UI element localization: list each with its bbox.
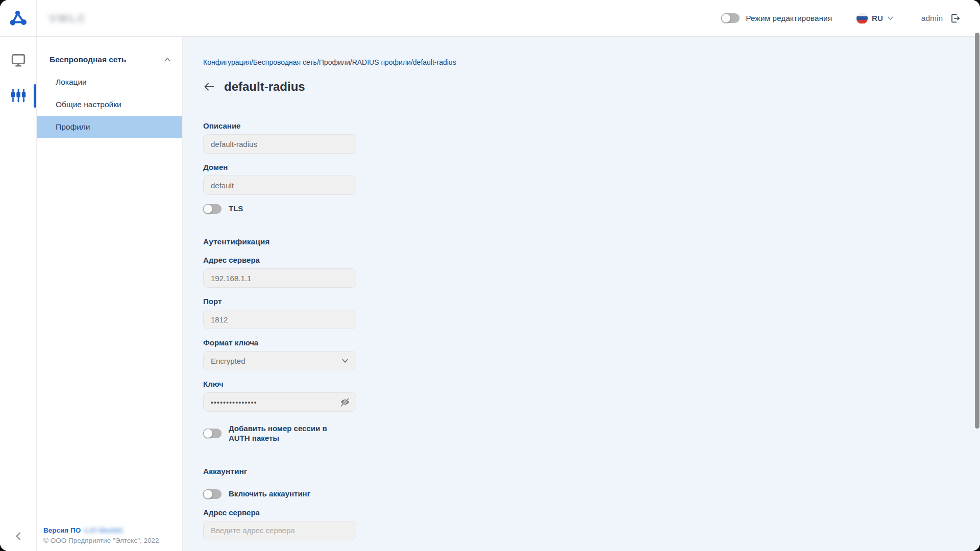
header-actions: Режим редактирования RU admin: [721, 13, 980, 24]
key-format-label: Формат ключа: [203, 338, 356, 347]
accounting-server-address-field: Адрес сервера: [203, 508, 356, 540]
key-label: Ключ: [203, 380, 356, 388]
sidebar-nav: Беспроводная сеть Локации Общие настройк…: [37, 37, 183, 551]
edit-mode-label: Режим редактирования: [746, 14, 832, 23]
chevron-down-icon: [887, 15, 894, 21]
copyright-text: © ООО Предприятие "Элтекс", 2022: [43, 537, 159, 544]
vertical-scrollbar-thumb[interactable]: [975, 33, 979, 429]
sidebar-item-general-settings[interactable]: Общие настройки: [37, 93, 182, 116]
auth-port-label: Порт: [203, 297, 356, 306]
title-row: default-radius: [203, 80, 980, 94]
arrow-left-icon: [203, 82, 215, 91]
toggle-knob: [203, 204, 213, 214]
tls-label: TLS: [229, 204, 243, 214]
eye-off-icon: [339, 396, 351, 408]
brand-title-blurred: VWLC: [49, 12, 87, 24]
key-field: Ключ: [203, 380, 356, 412]
username: admin: [921, 14, 943, 23]
language-selector[interactable]: RU: [856, 13, 894, 24]
edit-mode-group: Режим редактирования: [721, 13, 832, 23]
user-menu: admin: [921, 13, 961, 24]
active-section-indicator: [34, 84, 36, 108]
nav-group-label: Беспроводная сеть: [50, 55, 126, 64]
show-password-button[interactable]: [339, 396, 351, 408]
description-field: Описание: [203, 121, 356, 154]
software-version-link[interactable]: Версия ПО: [43, 527, 81, 534]
auth-server-address-input[interactable]: [203, 268, 356, 288]
network-logo-icon: [9, 9, 28, 28]
icon-rail: [0, 37, 37, 551]
logout-icon[interactable]: [949, 13, 961, 24]
radius-profile-form: Описание Домен TLS Аутентификация Адрес …: [203, 121, 356, 540]
version-block: Версия ПО1.27.0build1 © ООО Предприятие …: [43, 527, 159, 544]
russia-flag-icon: [856, 13, 868, 24]
back-button[interactable]: [203, 82, 215, 91]
monitor-icon: [11, 53, 26, 67]
sidebar-collapse-button[interactable]: [0, 532, 37, 541]
breadcrumb[interactable]: Конфигурация/Беспроводная сеть/Профили/R…: [203, 58, 456, 66]
domain-label: Домен: [203, 163, 356, 171]
tls-toggle-row: TLS: [203, 204, 356, 214]
sidebar-item-locations[interactable]: Локации: [37, 71, 182, 93]
monitoring-nav-button[interactable]: [0, 48, 36, 72]
configuration-nav-button[interactable]: [0, 84, 36, 108]
software-version-value-blurred: 1.27.0build1: [84, 527, 123, 534]
toggle-knob: [203, 489, 213, 499]
key-input[interactable]: [203, 392, 356, 412]
chevron-down-icon: [341, 357, 349, 364]
auth-session-toggle-row: Добавить номер сессии в AUTH пакеты: [203, 424, 356, 443]
accounting-enable-label: Включить аккаунтинг: [229, 489, 310, 499]
language-code: RU: [872, 14, 883, 22]
nav-group-wireless-network[interactable]: Беспроводная сеть: [37, 48, 182, 71]
app-header: VWLC Режим редактирования RU admin: [0, 0, 980, 37]
description-input[interactable]: [203, 134, 356, 154]
chevron-up-icon: [164, 56, 171, 63]
accounting-section-header: Аккаунтинг: [203, 467, 356, 476]
accounting-toggle-row: Включить аккаунтинг: [203, 489, 356, 499]
auth-server-address-label: Адрес сервера: [203, 256, 356, 264]
chevron-left-icon: [14, 532, 22, 541]
key-format-select[interactable]: Encrypted: [203, 351, 356, 370]
accounting-server-address-label: Адрес сервера: [203, 508, 356, 517]
app-window: VWLC Режим редактирования RU admin: [0, 0, 980, 551]
accounting-server-address-input[interactable]: [203, 521, 356, 540]
auth-port-input[interactable]: [203, 310, 356, 329]
app-logo[interactable]: [0, 0, 37, 36]
auth-session-toggle[interactable]: [203, 429, 222, 438]
tls-toggle[interactable]: [203, 204, 222, 214]
description-label: Описание: [203, 121, 356, 130]
sidebar-item-profiles[interactable]: Профили: [37, 116, 182, 138]
auth-session-label: Добавить номер сессии в AUTH пакеты: [229, 424, 347, 443]
auth-port-field: Порт: [203, 297, 356, 329]
toggle-knob: [721, 13, 731, 23]
toggle-knob: [203, 429, 213, 438]
auth-server-address-field: Адрес сервера: [203, 256, 356, 288]
authentication-section-header: Аутентификация: [203, 237, 356, 246]
key-format-selected-value: Encrypted: [211, 357, 246, 365]
sliders-icon: [10, 88, 27, 104]
page-title: default-radius: [224, 80, 305, 94]
accounting-enable-toggle[interactable]: [203, 489, 222, 499]
main-content: Конфигурация/Беспроводная сеть/Профили/R…: [183, 37, 980, 551]
key-format-field: Формат ключа Encrypted: [203, 338, 356, 370]
domain-field: Домен: [203, 163, 356, 195]
domain-input[interactable]: [203, 176, 356, 195]
edit-mode-toggle[interactable]: [721, 13, 740, 23]
